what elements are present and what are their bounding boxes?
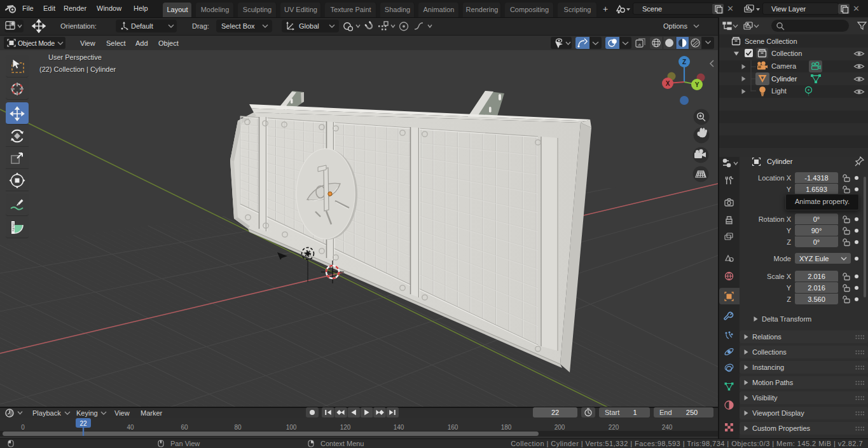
svg-text:40: 40 <box>127 424 134 431</box>
svg-text:0: 0 <box>21 424 25 431</box>
svg-text:220: 220 <box>609 424 619 431</box>
svg-text:160: 160 <box>448 424 458 431</box>
svg-text:140: 140 <box>394 424 404 431</box>
svg-text:X: X <box>666 80 670 87</box>
svg-text:User Perspective: User Perspective <box>48 53 102 61</box>
svg-text:80: 80 <box>234 424 242 431</box>
svg-text:120: 120 <box>340 424 351 431</box>
svg-text:Z: Z <box>682 58 686 65</box>
svg-text:Y: Y <box>695 81 699 88</box>
svg-text:200: 200 <box>555 424 565 431</box>
svg-text:100: 100 <box>286 424 297 431</box>
svg-text:60: 60 <box>181 424 188 431</box>
svg-text:240: 240 <box>662 424 673 431</box>
svg-text:(22) Collection | Cylinder: (22) Collection | Cylinder <box>39 65 116 73</box>
svg-text:22: 22 <box>79 420 87 427</box>
svg-text:180: 180 <box>501 424 512 431</box>
